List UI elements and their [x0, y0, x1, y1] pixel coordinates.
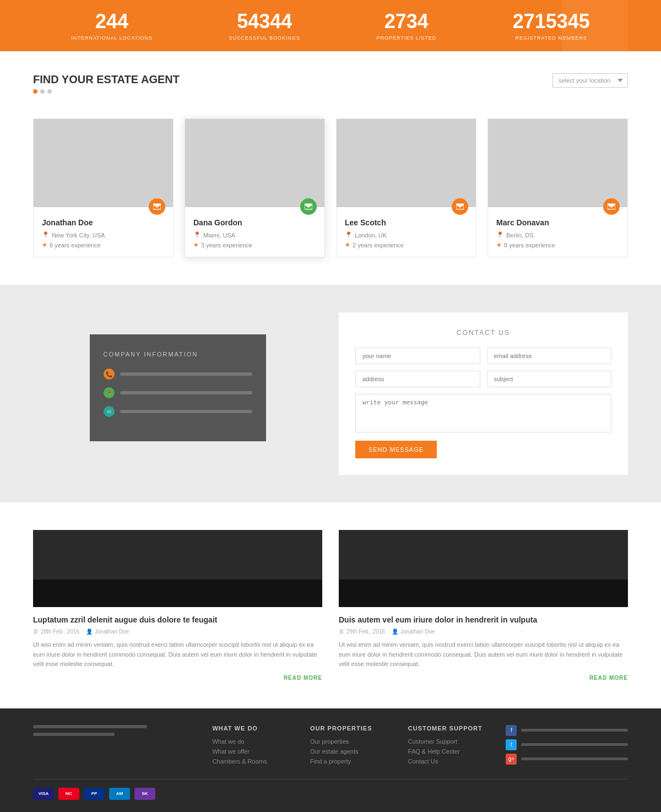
stat-number-bookings: 54344 [229, 10, 300, 33]
your-name-input[interactable] [355, 348, 480, 364]
email-button-3[interactable] [452, 198, 468, 215]
stat-international: 244 International Locations [71, 10, 153, 41]
stat-number-international: 244 [71, 10, 153, 33]
user-icon-1: 👤 [86, 629, 93, 635]
read-more-1[interactable]: READ MORE [33, 675, 322, 681]
agent-exp-1: ★ 6 years experience [42, 241, 165, 248]
google-plus-icon[interactable]: g+ [506, 754, 517, 765]
blog-date-2: 🗓 29th Feb., 2016 [339, 629, 385, 635]
contact-form-wrapper: CONTACT US SEND MESSAGE [339, 312, 628, 475]
company-info-wrapper: COMPANY INFORMATION 📞 📍 ✉ [33, 312, 322, 441]
footer-brand-bar-1 [33, 725, 147, 728]
email-bar [120, 410, 252, 413]
star-icon-4: ★ [496, 241, 502, 248]
agent-name-2: Dana Gordon [193, 218, 316, 227]
footer-facebook-row: f [506, 725, 628, 736]
agent-photo-4 [488, 119, 627, 207]
agent-exp-2: ★ 3 years experience [193, 241, 316, 248]
dot-3 [47, 89, 52, 94]
form-row-name-email [355, 348, 611, 364]
section-dots [33, 89, 180, 94]
email-button-4[interactable] [603, 198, 620, 215]
agent-location-1: 📍 New York City, USA [42, 231, 165, 239]
facebook-icon[interactable]: f [506, 725, 517, 736]
address-input[interactable] [355, 371, 480, 387]
send-message-button[interactable]: SEND MESSAGE [355, 441, 437, 458]
agent-exp-4: ★ 8 years experience [496, 241, 619, 248]
company-info-title: COMPANY INFORMATION [104, 351, 252, 358]
agent-photo-2 [185, 119, 324, 207]
blog-meta-1: 🗓 28th Feb., 2016 👤 Jonathan Doe [33, 629, 322, 635]
star-icon-2: ★ [193, 241, 199, 248]
blog-title-2: Duis autem vel eum iriure dolor in hendr… [339, 615, 628, 624]
dot-1 [33, 89, 37, 94]
phone-icon: 📞 [104, 369, 115, 380]
footer-link-our-properties[interactable]: Our properties [310, 738, 392, 745]
blog-thumb-overlay-2 [339, 580, 628, 607]
blog-thumb-1 [33, 530, 322, 607]
footer-col2-title: What we do [212, 725, 294, 732]
footer-twitter-row: t [506, 739, 628, 750]
pin-icon-4: 📍 [496, 231, 504, 239]
agent-location-4: 📍 Berlin, DS [496, 231, 619, 239]
blog-grid: Luptatum zzril delenit augue duis dolore… [33, 530, 628, 681]
location-select[interactable]: select your location [552, 73, 628, 88]
calendar-icon-2: 🗓 [339, 629, 344, 635]
stats-banner: 244 International Locations 54344 Succes… [0, 0, 661, 51]
agents-section-title: FIND YOUR ESTATE AGENT [33, 73, 180, 86]
agent-card-4: Marc Donavan 📍 Berlin, DS ★ 8 years expe… [487, 118, 628, 257]
agent-info-3: Lee Scotch 📍 London, UK ★ 2 years experi… [337, 207, 476, 257]
email-input[interactable] [487, 348, 612, 364]
pin-icon-2: 📍 [193, 231, 201, 239]
calendar-icon-1: 🗓 [33, 629, 39, 635]
footer-link-what-we-do[interactable]: What we do [212, 738, 294, 745]
blog-author-2: 👤 Jonathan Doe [392, 629, 435, 635]
agent-name-1: Jonathan Doe [42, 218, 165, 227]
email-button-1[interactable] [149, 198, 165, 215]
stat-label-properties: Properties Listed [376, 35, 436, 41]
footer-social-bar-3 [521, 757, 628, 760]
footer-link-find-property[interactable]: Find a property [310, 758, 392, 765]
email-icon: ✉ [104, 406, 115, 417]
agents-section-header: FIND YOUR ESTATE AGENT select your locat… [33, 73, 628, 107]
message-textarea[interactable] [355, 394, 611, 432]
blog-section: Luptatum zzril delenit augue duis dolore… [0, 502, 661, 708]
visa-icon: VISA [33, 788, 54, 800]
contact-section: COMPANY INFORMATION 📞 📍 ✉ CONTACT US [0, 285, 661, 502]
stat-number-members: 2715345 [513, 10, 590, 33]
footer-link-estate-agents[interactable]: Our estate agents [310, 748, 392, 755]
agent-info-4: Marc Donavan 📍 Berlin, DS ★ 8 years expe… [488, 207, 627, 257]
footer-link-contact[interactable]: Contact Us [408, 758, 490, 765]
subject-input[interactable] [487, 371, 612, 387]
footer-col-5: f t g+ [506, 725, 628, 768]
contact-form-block: CONTACT US SEND MESSAGE [339, 312, 628, 475]
footer-link-chambers[interactable]: Chambers & Rooms [212, 758, 294, 765]
stat-number-properties: 2734 [376, 10, 436, 33]
footer-social-bar-2 [521, 743, 628, 746]
dot-2 [40, 89, 45, 94]
footer-brand-bar-2 [33, 733, 115, 736]
blog-excerpt-1: Ut wisi enim ad minim veniam, quis nostr… [33, 640, 322, 669]
footer-col-4: Customer Support Customer Support FAQ & … [408, 725, 490, 768]
footer-link-customer-support[interactable]: Customer Support [408, 738, 490, 745]
blog-author-1: 👤 Jonathan Doe [86, 629, 129, 635]
blog-thumb-2 [339, 530, 628, 607]
agent-photo-3 [337, 119, 476, 207]
blog-title-1: Luptatum zzril delenit augue duis dolore… [33, 615, 322, 624]
agent-location-3: 📍 London, UK [345, 231, 468, 239]
star-icon-3: ★ [345, 241, 350, 248]
skrill-icon: SK [134, 788, 155, 800]
email-button-2[interactable] [300, 198, 317, 215]
blog-date-1: 🗓 28th Feb., 2016 [33, 629, 79, 635]
paypal-icon: PP [84, 788, 105, 800]
footer-link-what-we-offer[interactable]: What we offer [212, 748, 294, 755]
form-row-address-subject [355, 371, 611, 387]
user-icon-2: 👤 [392, 629, 398, 635]
phone-bar [120, 372, 252, 376]
footer-col-2: What we do What we do What we offer Cham… [212, 725, 294, 768]
footer-link-faq[interactable]: FAQ & Help Center [408, 748, 490, 755]
read-more-2[interactable]: READ MORE [339, 675, 628, 681]
agent-info-2: Dana Gordon 📍 Miami, USA ★ 3 years exper… [185, 207, 324, 257]
twitter-icon[interactable]: t [506, 739, 517, 750]
agents-grid: Jonathan Doe 📍 New York City, USA ★ 6 ye… [33, 118, 628, 257]
